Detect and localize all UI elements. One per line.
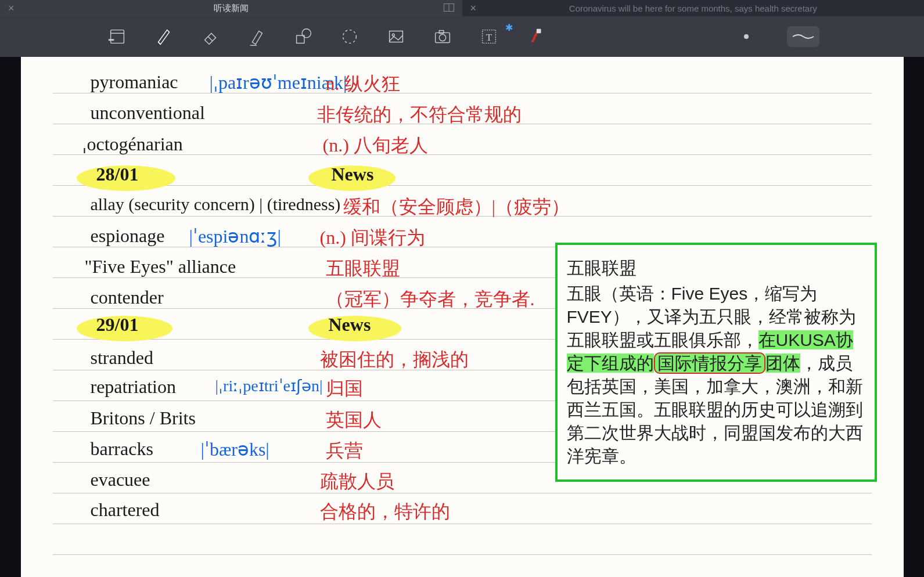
text-icon[interactable]: T — [476, 24, 502, 49]
close-icon[interactable]: × — [470, 2, 477, 15]
note-word: chartered — [91, 499, 160, 521]
note-word: pyromaniac — [91, 71, 178, 93]
svg-line-6 — [208, 37, 213, 41]
color-dot[interactable] — [744, 34, 749, 39]
svg-point-9 — [302, 29, 311, 38]
svg-rect-18 — [537, 29, 541, 34]
note-word: Britons / Brits — [91, 407, 196, 429]
svg-rect-2 — [111, 30, 124, 44]
note-definition: （冠军）争夺者，竞争者. — [326, 287, 535, 312]
svg-text:T: T — [486, 32, 492, 43]
svg-point-14 — [439, 34, 445, 41]
line-style-selector[interactable] — [787, 26, 819, 47]
note-page[interactable]: pyromaniac |ˌpaɪrəʊˈmeɪniæk| n. 纵火狂 unco… — [21, 57, 904, 577]
close-icon[interactable]: × — [8, 2, 15, 15]
camera-icon[interactable] — [430, 24, 455, 49]
note-label: News — [332, 164, 374, 185]
pen-icon[interactable] — [151, 24, 177, 49]
note-definition: 被困住的，搁浅的 — [320, 347, 469, 373]
note-date: 28/01 — [96, 164, 139, 185]
info-box-title: 五眼联盟 — [567, 257, 865, 280]
shapes-icon[interactable] — [290, 24, 316, 49]
pointer-icon[interactable] — [523, 24, 548, 49]
note-definition: 缓和（安全顾虑）|（疲劳） — [343, 194, 570, 220]
svg-point-10 — [343, 30, 357, 44]
note-definition: 非传统的，不符合常规的 — [317, 102, 522, 128]
lasso-icon[interactable] — [337, 24, 362, 49]
note-word: unconventional — [91, 102, 205, 124]
note-word: ˌoctogénarian — [82, 133, 183, 155]
bluetooth-icon: ✱ — [505, 22, 513, 33]
note-phonetic: |ˌriːˌpeɪtriˈeɪʃən| — [215, 376, 323, 395]
eraser-icon[interactable] — [197, 24, 223, 49]
note-definition: 兵营 — [326, 438, 363, 464]
tab-left[interactable]: × 听读新闻 — [0, 0, 462, 16]
note-phonetic: |ˈbærəks| — [201, 438, 269, 460]
tab-title: 听读新闻 — [214, 3, 249, 14]
highlighter-icon[interactable] — [244, 24, 269, 49]
split-icon[interactable] — [444, 3, 454, 13]
note-definition: n. 纵火狂 — [326, 71, 400, 97]
svg-rect-11 — [390, 31, 403, 42]
note-definition: 五眼联盟 — [326, 256, 400, 282]
note-definition: 归国 — [326, 376, 363, 402]
note-word: stranded — [91, 347, 153, 369]
note-label: News — [329, 314, 371, 336]
tab-title: Coronavirus will be here for some months… — [569, 3, 817, 13]
note-word: barracks — [91, 438, 153, 460]
note-word: repatriation — [91, 376, 176, 398]
info-box-body: 五眼（英语：Five Eyes，缩写为FVEY），又译为五只眼，经常被称为五眼联… — [567, 282, 865, 468]
canvas-area[interactable]: pyromaniac |ˌpaɪrəʊˈmeɪniæk| n. 纵火狂 unco… — [0, 57, 924, 577]
note-definition: (n.) 间谍行为 — [320, 225, 425, 251]
note-word: allay (security concern) | (tiredness) — [91, 194, 341, 214]
note-definition: 英国人 — [326, 407, 382, 433]
svg-point-12 — [392, 34, 394, 36]
notebook-icon[interactable] — [105, 24, 130, 49]
note-word: "Five Eyes" alliance — [85, 256, 236, 277]
note-word: evacuee — [91, 469, 150, 491]
note-definition: (n.) 八旬老人 — [323, 133, 428, 158]
toolbar: T ✱ — [0, 16, 924, 57]
note-word: contender — [91, 287, 164, 308]
info-box-five-eyes: 五眼联盟 五眼（英语：Five Eyes，缩写为FVEY），又译为五只眼，经常被… — [555, 243, 877, 482]
image-icon[interactable] — [383, 24, 409, 49]
note-date: 29/01 — [96, 314, 139, 336]
note-definition: 疏散人员 — [320, 469, 394, 495]
tab-bar: × 听读新闻 × Coronavirus will be here for so… — [0, 0, 924, 16]
note-phonetic: |ˈespiənɑːʒ| — [189, 225, 281, 247]
note-definition: 合格的，特许的 — [320, 499, 450, 525]
note-word: espionage — [91, 225, 165, 247]
svg-line-5 — [159, 42, 161, 45]
tab-right[interactable]: × Coronavirus will be here for some mont… — [462, 0, 925, 16]
